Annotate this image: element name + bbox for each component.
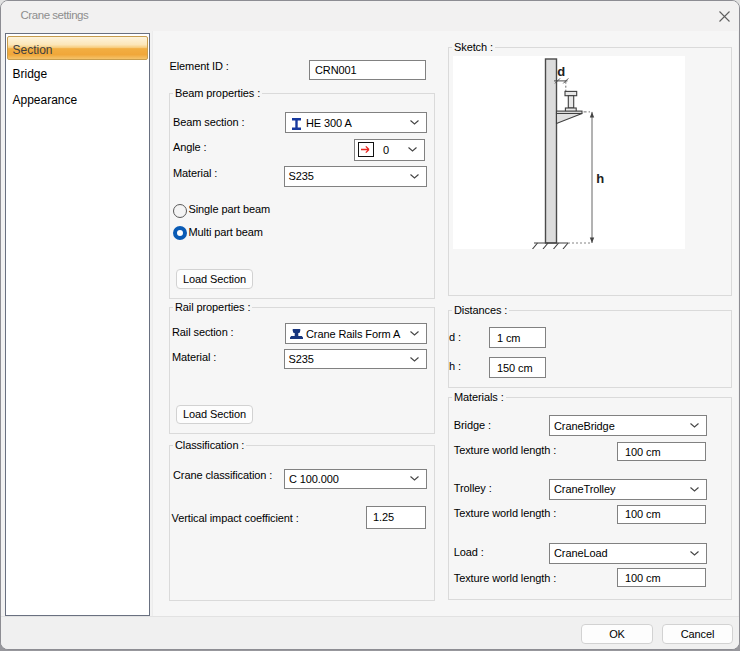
- svg-text:h: h: [596, 171, 604, 186]
- svg-text:d: d: [557, 64, 565, 79]
